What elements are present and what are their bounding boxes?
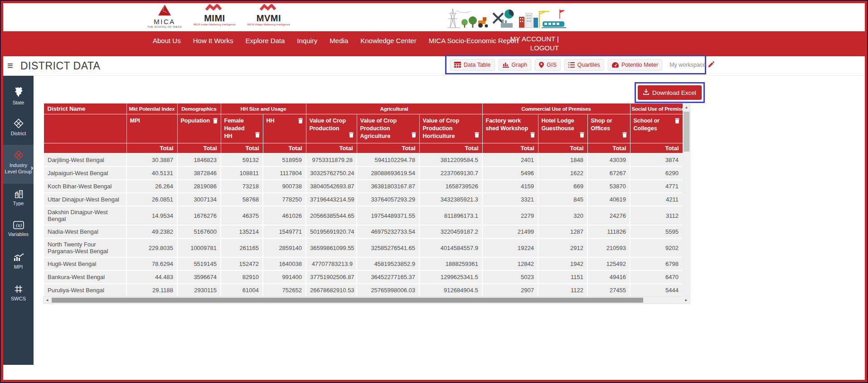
table-row[interactable]: Nadia-West Bengal49.23825167600135214154… <box>44 225 683 238</box>
column-header-value-of-crop-production[interactable]: Value of Crop Production <box>306 114 357 143</box>
value-cell: 33764057293.29 <box>357 193 419 206</box>
value-cell: 61004 <box>221 284 263 297</box>
gis-button[interactable]: GIS <box>535 59 561 71</box>
logout-link[interactable]: LOGOUT <box>502 44 559 53</box>
sidebar-item-district[interactable]: District <box>3 113 34 145</box>
delete-column-icon[interactable] <box>675 118 679 126</box>
column-header-population[interactable]: Population <box>177 114 221 143</box>
district-name-cell: Puruliya-West Bengal <box>44 284 126 297</box>
value-cell: 3321 <box>482 193 538 206</box>
my-workspace-link[interactable]: My workspace <box>669 61 714 69</box>
district-name-cell: Bankura-West Bengal <box>44 270 126 284</box>
table-row[interactable]: Darjiling-West Bengal30.3887184682359132… <box>44 153 683 167</box>
horizontal-scrollbar[interactable]: ◄ ► <box>43 296 690 304</box>
vertical-scrollbar[interactable]: ▲ <box>683 103 690 296</box>
download-excel-button[interactable]: Download Excel <box>638 85 702 100</box>
column-header-factory-work-shed-workshop[interactable]: Factory work shed Workshop <box>482 114 538 143</box>
vertical-scroll-thumb[interactable] <box>684 112 689 152</box>
column-header-value-of-crop-production-agriculture[interactable]: Value of Crop Production Agriculture <box>357 114 419 143</box>
table-row[interactable]: Uttar Dinajpur-West Bengal26.08513007134… <box>44 193 683 206</box>
district-data-table: District NameMkt Potential IndexDemograp… <box>43 103 691 297</box>
table-row[interactable]: Koch Bihar-West Bengal26.264281908673218… <box>44 180 683 193</box>
delete-column-icon[interactable] <box>298 118 303 126</box>
download-excel-highlight: Download Excel <box>635 82 705 103</box>
district-name-cell: Nadia-West Bengal <box>44 225 126 238</box>
value-cell: 1888259361 <box>419 257 482 270</box>
value-cell: 210593 <box>587 238 630 257</box>
nav-item-media[interactable]: Media <box>330 37 348 44</box>
svg-text:(x): (x) <box>15 223 22 228</box>
table-row[interactable]: Dakshin Dinajpur-West Bengal14.953416762… <box>44 206 683 225</box>
value-cell: 1549771 <box>263 225 306 238</box>
value-cell: 4771 <box>630 180 683 193</box>
value-cell: 3220459187.2 <box>419 225 482 238</box>
delete-column-icon[interactable] <box>349 132 354 140</box>
district-name-cell: North Twenty Four Parganas-West Bengal <box>44 238 126 257</box>
scroll-right-icon[interactable]: ► <box>683 297 690 304</box>
nav-item-explore-data[interactable]: Explore Data <box>246 37 285 44</box>
delete-column-icon[interactable] <box>412 132 416 140</box>
value-cell: 25765998006.03 <box>357 284 419 297</box>
value-cell: 73218 <box>221 180 263 193</box>
sidebar-item-variables[interactable]: (x)Variables <box>3 216 34 247</box>
column-header-hotel-lodge-guesthouse[interactable]: Hotel Lodge Guesthouse <box>538 114 587 143</box>
column-header-shop-or-offices[interactable]: Shop or Offices <box>587 114 630 143</box>
table-row[interactable]: Puruliya-West Bengal29.11882930115610047… <box>44 284 683 297</box>
scroll-up-icon[interactable]: ▲ <box>683 104 690 111</box>
nav-item-how-it-works[interactable]: How It Works <box>193 37 233 44</box>
graph-button[interactable]: Graph <box>499 59 532 71</box>
nav-item-about-us[interactable]: About Us <box>153 37 181 44</box>
value-cell: 320 <box>538 206 587 225</box>
column-header-female-headed-hh[interactable]: Female Headed HH <box>221 114 263 143</box>
mica-logo[interactable]: MICA THE SCHOOL OF IDEAS <box>147 4 182 28</box>
sidebar-item-industry-level-group[interactable]: Industry Level Group <box>3 145 34 184</box>
column-header-value-of-crop-production-horticulture[interactable]: Value of Crop Production Horticulture <box>419 114 482 143</box>
value-cell: 6798 <box>630 257 683 270</box>
delete-column-icon[interactable] <box>622 132 627 140</box>
scroll-left-icon[interactable]: ◄ <box>44 297 51 304</box>
gauge-icon <box>612 62 619 68</box>
value-cell: 912684904.5 <box>419 284 482 297</box>
table-row[interactable]: North Twenty Four Parganas-West Bengal22… <box>44 238 683 257</box>
table-row[interactable]: Jalpaiguri-West Bengal40.513138728461088… <box>44 167 683 180</box>
column-header-hh[interactable]: HH <box>263 114 306 143</box>
sidebar-item-type[interactable]: Type <box>3 184 34 216</box>
value-cell: 2279 <box>482 206 538 225</box>
value-cell: 3874 <box>630 153 683 167</box>
my-account-link[interactable]: MY ACCOUNT | <box>502 34 559 44</box>
value-cell: 5595 <box>630 225 683 238</box>
trend-chart-icon <box>13 253 24 262</box>
delete-column-icon[interactable] <box>213 118 218 126</box>
city-illustration <box>446 5 568 29</box>
horizontal-scroll-thumb[interactable] <box>52 298 643 303</box>
potentio-meter-button[interactable]: Potentio Meter <box>608 59 662 71</box>
mimi-logo[interactable]: MIMI MICA Indian Marketing Intelligence <box>194 4 236 26</box>
sidebar-item-mpi[interactable]: MPI <box>3 247 34 279</box>
delete-column-icon[interactable] <box>580 132 584 140</box>
mvmi-logo[interactable]: MVMI MICA Village Marketing Intelligence <box>247 4 290 26</box>
value-cell: 461026 <box>263 206 306 225</box>
value-cell: 12842 <box>482 257 538 270</box>
delete-column-icon[interactable] <box>255 132 260 140</box>
value-cell: 152472 <box>221 257 263 270</box>
quartiles-button[interactable]: Quartiles <box>564 59 604 71</box>
table-row[interactable]: Bankura-West Bengal44.483359667482910991… <box>44 270 683 284</box>
value-cell: 36381803167.87 <box>357 180 419 193</box>
sidebar-item-state[interactable]: State <box>3 81 34 113</box>
nav-item-knowledge-center[interactable]: Knowledge Center <box>360 37 416 44</box>
nav-item-inquiry[interactable]: Inquiry <box>297 37 317 44</box>
value-cell: 30325762750.24 <box>306 167 357 180</box>
sidebar-item-swcs[interactable]: SWCS <box>3 279 34 311</box>
logo-tagline: MICA Indian Marketing Intelligence <box>194 23 236 26</box>
column-header-school-or-colleges[interactable]: School or Colleges <box>630 114 683 143</box>
table-row[interactable]: Hugli-West Bengal78.62945519145152472164… <box>44 257 683 270</box>
data-table-button[interactable]: Data Table <box>450 59 495 71</box>
value-cell: 50195691920.74 <box>306 225 357 238</box>
column-header-mpi[interactable]: MPI <box>126 114 177 143</box>
value-cell: 125492 <box>587 257 630 270</box>
delete-column-icon[interactable] <box>475 132 479 140</box>
hamburger-icon[interactable]: ≡ <box>7 60 13 72</box>
sidebar: StateDistrictIndustry Level GroupType(x)… <box>3 76 34 365</box>
delete-column-icon[interactable] <box>530 132 535 140</box>
value-cell: 5519145 <box>177 257 221 270</box>
